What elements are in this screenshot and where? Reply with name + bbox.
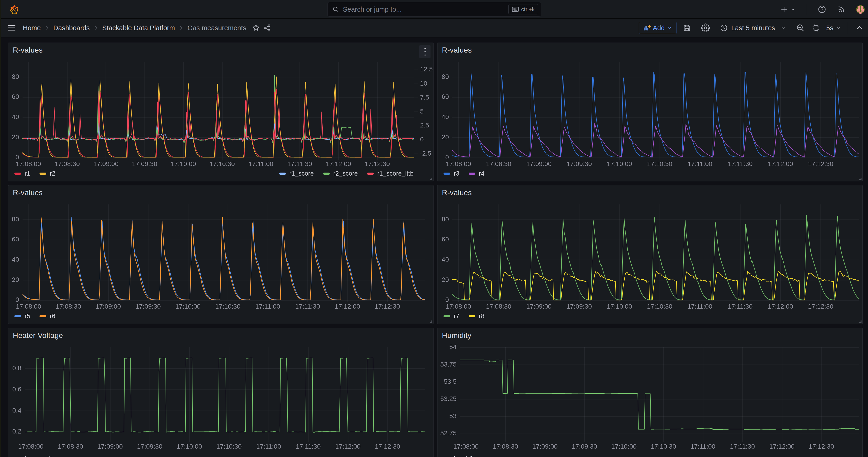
plus-icon xyxy=(780,5,788,13)
legend-label: r1 xyxy=(25,170,30,177)
legend-swatch xyxy=(443,315,450,317)
star-icon xyxy=(252,24,260,32)
legend-item-r7[interactable]: r7 xyxy=(443,312,459,320)
legend-item-r1_score[interactable]: r1_score xyxy=(279,170,314,177)
legend-label: humidity xyxy=(454,455,477,457)
grafana-logo-icon[interactable] xyxy=(9,4,20,14)
breadcrumb-item-folder[interactable]: Stackable Data Platform xyxy=(102,24,175,32)
avatar[interactable] xyxy=(856,5,865,14)
time-range-picker[interactable]: Last 5 minutes xyxy=(720,24,786,32)
save-dashboard-button[interactable] xyxy=(682,22,691,34)
dashboard-settings-button[interactable] xyxy=(701,22,710,34)
add-panel-icon xyxy=(643,24,651,32)
legend-label: r2_score xyxy=(333,170,358,177)
clock-icon xyxy=(720,24,728,32)
screen-edge-strip xyxy=(0,0,1,457)
rss-icon xyxy=(837,5,845,13)
panel-r-values-3: R-valuesr7r8 xyxy=(437,185,863,324)
add-button[interactable]: Add xyxy=(639,22,677,34)
legend-swatch xyxy=(367,173,374,175)
hamburger-icon xyxy=(7,23,17,33)
refresh-button[interactable] xyxy=(812,22,820,34)
legend-label: r7 xyxy=(454,312,459,320)
refresh-interval-picker[interactable]: 5s xyxy=(826,24,841,32)
legend-swatch xyxy=(39,315,46,317)
legend-item-r1_score_lttb[interactable]: r1_score_lttb xyxy=(367,170,413,177)
legend-item-r2[interactable]: r2 xyxy=(39,170,55,177)
news-button[interactable] xyxy=(837,5,845,13)
legend-item-r1[interactable]: r1 xyxy=(14,170,30,177)
share-icon xyxy=(263,24,271,32)
favorite-button[interactable] xyxy=(250,22,261,34)
menu-toggle-button[interactable] xyxy=(6,22,17,34)
chart-canvas[interactable] xyxy=(437,328,863,457)
legend-item-r8[interactable]: r8 xyxy=(469,312,485,320)
collapse-toolbar-button[interactable] xyxy=(854,22,865,34)
panel-menu-button[interactable] xyxy=(420,45,431,58)
divider xyxy=(807,3,807,15)
gear-icon xyxy=(701,24,710,32)
legend-item-r3[interactable]: r3 xyxy=(443,170,459,177)
save-icon xyxy=(682,24,691,32)
panel-r-values-0: R-valuesr1r2r1_scorer2_scorer1_score_ltt… xyxy=(8,42,434,181)
legend-swatch xyxy=(14,315,21,317)
refresh-interval-label: 5s xyxy=(826,24,833,32)
zoom-out-button[interactable] xyxy=(796,22,805,34)
legend-item-r4[interactable]: r4 xyxy=(469,170,485,177)
chevron-right-icon xyxy=(93,25,99,31)
legend-item-r6[interactable]: r6 xyxy=(39,312,55,320)
chart-canvas[interactable] xyxy=(437,43,863,182)
legend-label: r2 xyxy=(50,170,55,177)
new-menu-button[interactable] xyxy=(780,5,796,13)
breadcrumb-item-home[interactable]: Home xyxy=(23,24,41,32)
legend-label: r4 xyxy=(479,170,485,177)
chart-canvas[interactable] xyxy=(8,43,434,182)
legend-swatch xyxy=(14,173,21,175)
help-circle-icon xyxy=(817,5,827,14)
refresh-controls: 5s xyxy=(812,22,841,34)
help-button[interactable] xyxy=(817,5,827,14)
legend-label: r8 xyxy=(479,312,485,320)
panel-humidity-5: Humidityhumidity xyxy=(437,328,863,457)
breadcrumb: Home Dashboards Stackable Data Platform … xyxy=(23,24,246,32)
legend-swatch xyxy=(39,173,46,175)
resize-handle-icon[interactable] xyxy=(429,177,433,180)
share-button[interactable] xyxy=(261,22,273,34)
legend-label: r5 xyxy=(25,312,30,320)
legend-item-heatervoltage[interactable]: heatervoltage xyxy=(14,455,63,457)
legend-label: r1_score xyxy=(289,170,314,177)
panel-r-values-1: R-valuesr3r4 xyxy=(437,42,863,181)
zoom-out-icon xyxy=(796,24,805,32)
keyboard-icon xyxy=(512,6,519,12)
legend-swatch xyxy=(469,315,475,317)
resize-handle-icon[interactable] xyxy=(429,319,433,323)
breadcrumb-item-dashboards[interactable]: Dashboards xyxy=(53,24,90,32)
legend-item-r2_score[interactable]: r2_score xyxy=(323,170,358,177)
chart-canvas[interactable] xyxy=(8,185,434,324)
legend-label: r6 xyxy=(50,312,55,320)
kebab-icon xyxy=(425,48,426,49)
chevron-down-icon xyxy=(835,25,841,31)
legend-item-humidity[interactable]: humidity xyxy=(443,455,477,457)
chevron-right-icon xyxy=(44,25,50,31)
search-input[interactable]: Search or jump to... ctrl+k xyxy=(327,2,541,17)
dashboard-toolbar: Home Dashboards Stackable Data Platform … xyxy=(0,19,868,37)
legend-label: r1_score_lttb xyxy=(377,170,413,177)
legend-swatch xyxy=(469,173,475,175)
breadcrumb-item-dashboard: Gas measurements xyxy=(187,24,246,32)
legend-swatch xyxy=(323,173,330,175)
chevron-down-icon xyxy=(780,25,786,31)
legend-item-r5[interactable]: r5 xyxy=(14,312,30,320)
resize-handle-icon[interactable] xyxy=(858,319,862,323)
chart-canvas[interactable] xyxy=(8,328,434,457)
chevron-right-icon xyxy=(178,25,184,31)
search-icon xyxy=(332,6,339,13)
resize-handle-icon[interactable] xyxy=(858,177,862,180)
chevron-down-icon xyxy=(790,6,796,12)
add-button-label: Add xyxy=(653,24,665,32)
top-nav-bar: Search or jump to... ctrl+k xyxy=(0,0,868,19)
top-nav-actions xyxy=(780,0,865,19)
search-shortcut-badge: ctrl+k xyxy=(508,4,538,14)
chart-canvas[interactable] xyxy=(437,185,863,324)
chevron-down-icon xyxy=(667,25,673,31)
